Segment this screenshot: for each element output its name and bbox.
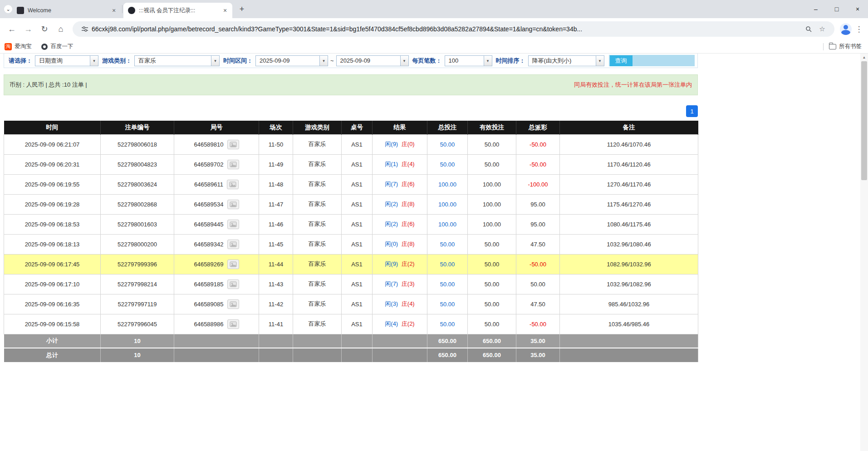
tab-title: :::视讯 会员下注纪录:::	[139, 7, 219, 15]
chevron-down-icon[interactable]: ▾	[484, 56, 492, 66]
chevron-down-icon[interactable]: ▾	[596, 56, 604, 66]
cell-time: 2025-09-09 06:16:35	[4, 294, 101, 314]
refresh-icon[interactable]: ↻	[38, 23, 51, 35]
cell-bet-id: 522797998214	[101, 274, 174, 294]
home-icon[interactable]: ⌂	[54, 23, 67, 35]
video-replay-icon[interactable]	[227, 260, 239, 269]
cell-result: 闲(7) 庄(3)	[373, 274, 427, 294]
chevron-down-icon[interactable]: ▾	[211, 56, 219, 66]
browser-menu-icon[interactable]: ⋮	[853, 25, 864, 34]
time-sort-dropdown[interactable]: 降幂(由大到小) ▾	[528, 55, 604, 66]
cell-valid-bet: 100.00	[468, 194, 516, 214]
scrollbar-thumb[interactable]	[861, 61, 867, 180]
subtotal-valid-bet: 650.00	[468, 334, 516, 348]
profile-avatar-icon[interactable]	[840, 23, 852, 35]
round-number: 646589269	[194, 261, 223, 268]
table-row: 2025-09-09 06:20:31 522798004823 6465897…	[4, 154, 698, 174]
video-replay-icon[interactable]	[227, 160, 239, 169]
baidu-icon	[41, 44, 48, 50]
tab-close-icon[interactable]: ×	[221, 7, 229, 14]
game-type-dropdown[interactable]: 百家乐 ▾	[134, 55, 220, 66]
cell-table-no: AS1	[342, 134, 373, 154]
video-replay-icon[interactable]	[227, 140, 239, 149]
cell-table-no: AS1	[342, 174, 373, 194]
cell-table-no: AS1	[342, 194, 373, 214]
chevron-down-icon[interactable]: ▾	[319, 56, 328, 66]
video-replay-icon[interactable]	[227, 240, 239, 249]
result-player: 闲(2)	[385, 221, 398, 227]
back-icon[interactable]: ←	[5, 23, 18, 35]
cell-total-bet: 50.00	[427, 254, 468, 274]
subtotal-row: 小计 10 650.00 650.00 35.00	[4, 334, 698, 348]
date-to-dropdown[interactable]: 2025-09-09 ▾	[336, 55, 409, 66]
query-type-label: 请选择：	[9, 57, 32, 65]
video-replay-icon[interactable]	[227, 299, 239, 309]
result-banker: 庄(0)	[402, 141, 415, 147]
bookmark-taobao[interactable]: 淘 爱淘宝	[5, 43, 32, 50]
scroll-up-icon[interactable]: ▲	[860, 54, 868, 61]
page-size-dropdown[interactable]: 100 ▾	[445, 55, 492, 66]
range-separator: ~	[330, 57, 334, 64]
video-replay-icon[interactable]	[227, 220, 239, 229]
subtotal-label: 小计	[4, 334, 101, 348]
video-replay-icon[interactable]	[227, 279, 239, 289]
result-player: 闲(2)	[385, 201, 398, 207]
tab-close-icon[interactable]: ×	[110, 7, 118, 14]
all-bookmarks-button[interactable]: 所有书签	[829, 43, 862, 50]
cell-session: 11-41	[259, 314, 293, 334]
result-banker: 庄(2)	[402, 260, 415, 267]
cell-result: 闲(9) 庄(2)	[373, 254, 427, 274]
col-bet-id: 注单编号	[101, 121, 174, 134]
cell-total-bet: 50.00	[427, 274, 468, 294]
cell-session: 11-44	[259, 254, 293, 274]
cell-total-bet: 100.00	[427, 174, 468, 194]
notice-text: 同局有效投注，统一计算在该局第一张注单内	[574, 81, 692, 89]
close-window-button[interactable]: ×	[847, 0, 868, 18]
cell-payout: -50.00	[516, 254, 560, 274]
table-row: 2025-09-09 06:19:55 522798003624 6465896…	[4, 174, 698, 194]
bookmark-star-icon[interactable]: ☆	[817, 24, 827, 34]
cell-table-no: AS1	[342, 234, 373, 254]
game-type-label: 游戏类别：	[102, 57, 132, 65]
table-row: 2025-09-09 06:18:13 522798000200 6465893…	[4, 234, 698, 254]
filter-actions: 查询	[609, 55, 695, 66]
forward-icon[interactable]: →	[22, 23, 34, 35]
game-type-value: 百家乐	[135, 56, 211, 66]
new-tab-button[interactable]: +	[236, 3, 248, 15]
minimize-button[interactable]: –	[805, 0, 826, 18]
bookmark-baidu[interactable]: 百度一下	[41, 43, 74, 50]
tab-search-chevron-icon[interactable]: ⌄	[4, 5, 12, 13]
cell-total-bet: 50.00	[427, 234, 468, 254]
tab-welcome[interactable]: Welcome ×	[12, 3, 121, 18]
page-1-button[interactable]: 1	[686, 105, 698, 117]
search-icon[interactable]	[804, 24, 814, 34]
bet-records-table: 时间 注单编号 局号 场次 游戏类别 桌号 结果 总投注 有效投注 总派彩 备注…	[4, 121, 698, 363]
cell-total-bet: 50.00	[427, 154, 468, 174]
maximize-button[interactable]: □	[826, 0, 847, 18]
video-replay-icon[interactable]	[227, 319, 239, 329]
page-scrollbar[interactable]: ▲	[860, 54, 868, 451]
cell-valid-bet: 50.00	[468, 234, 516, 254]
cell-bet-id: 522798001603	[101, 214, 174, 234]
tab-bet-records[interactable]: :::视讯 会员下注纪录::: ×	[123, 3, 232, 18]
video-replay-icon[interactable]	[227, 180, 239, 189]
video-replay-icon[interactable]	[227, 200, 239, 209]
cell-table-no: AS1	[342, 274, 373, 294]
chevron-down-icon[interactable]: ▾	[90, 56, 98, 66]
url-bar[interactable]: 66cxkj98.com/ipl/portal.php/game/betreco…	[73, 21, 834, 37]
date-from-dropdown[interactable]: 2025-09-09 ▾	[255, 55, 328, 66]
url-text[interactable]: 66cxkj98.com/ipl/portal.php/game/betreco…	[92, 25, 802, 33]
round-number: 646588986	[194, 321, 223, 328]
col-total-bet: 总投注	[427, 121, 468, 134]
avatar	[843, 25, 848, 29]
query-button[interactable]: 查询	[610, 55, 633, 66]
col-time: 时间	[4, 121, 101, 134]
time-sort-value: 降幂(由大到小)	[529, 56, 596, 66]
chevron-down-icon[interactable]: ▾	[400, 56, 408, 66]
query-type-dropdown[interactable]: 日期查询 ▾	[35, 55, 98, 66]
site-info-icon[interactable]	[80, 24, 90, 34]
avatar	[841, 30, 850, 35]
bookmark-label: 百度一下	[51, 43, 74, 50]
cell-session: 11-45	[259, 234, 293, 254]
cell-game-type: 百家乐	[293, 254, 342, 274]
